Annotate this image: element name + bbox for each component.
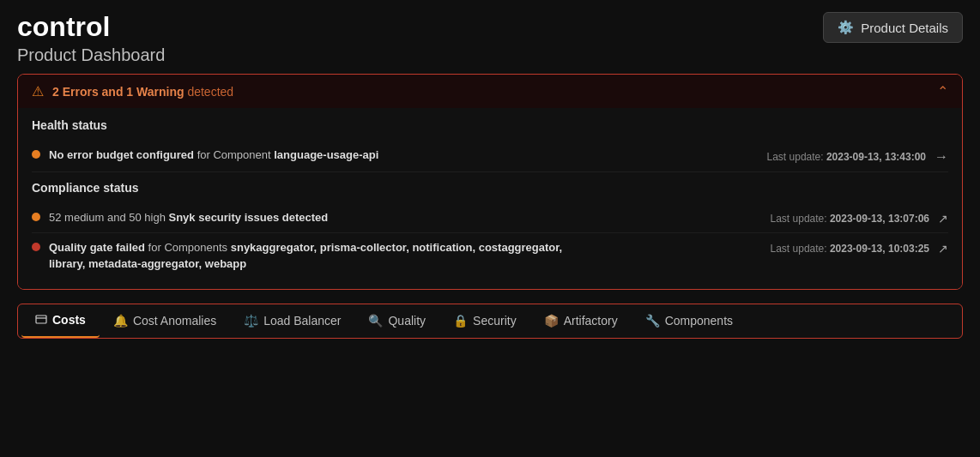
compliance-last-update-1: Last update: 2023-09-13, 13:07:06 (771, 213, 929, 225)
svg-rect-0 (36, 316, 46, 323)
health-last-update-value: 2023-09-13, 13:43:00 (826, 151, 926, 163)
alert-title-suffix: detected (187, 85, 233, 99)
alert-panel: ⚠ 2 Errors and 1 Warning detected ⌃ Heal… (17, 74, 963, 290)
artifactory-icon: 📦 (544, 314, 559, 328)
tab-components[interactable]: 🔧 Components (632, 305, 747, 336)
tabs-bar: Costs 🔔 Cost Anomalies ⚖️ Load Balancer … (17, 304, 963, 339)
collapse-icon[interactable]: ⌃ (937, 83, 948, 99)
health-middle-text: for Component (197, 148, 275, 161)
tab-quality[interactable]: 🔍 Quality (354, 305, 439, 336)
tab-cost-anomalies[interactable]: 🔔 Cost Anomalies (100, 305, 230, 336)
main-content: ⚠ 2 Errors and 1 Warning detected ⌃ Heal… (0, 74, 980, 290)
title-block: control Product Dashboard (17, 12, 165, 65)
alert-header-left: ⚠ 2 Errors and 1 Warning detected (32, 83, 233, 99)
external-link-icon-1[interactable]: ↗︎ (938, 212, 948, 225)
tab-load-balancer-label: Load Balancer (263, 314, 341, 328)
compliance-last-update-value-1: 2023-09-13, 13:07:06 (830, 213, 929, 225)
health-status-item-1: No error budget configured for Component… (32, 141, 948, 172)
compliance-item-2-left: Quality gate failed for Components snyka… (32, 240, 753, 271)
load-balancer-icon: ⚖️ (244, 314, 258, 328)
app-title: control (17, 12, 165, 42)
page-header: control Product Dashboard ⚙️ Product Det… (0, 0, 980, 74)
quality-icon: 🔍 (368, 314, 383, 328)
tab-components-label: Components (665, 314, 733, 328)
tab-costs[interactable]: Costs (21, 304, 100, 338)
status-dot-red (32, 243, 40, 251)
compliance-bold-text: Snyk security issues detected (168, 211, 328, 224)
tab-artifactory-label: Artifactory (564, 314, 618, 328)
status-dot-orange-2 (32, 213, 40, 221)
compliance-text-1: 52 medium and 50 high Snyk security issu… (49, 210, 328, 225)
security-icon: 🔒 (453, 314, 468, 328)
alert-body: Health status No error budget configured… (18, 108, 962, 289)
status-dot-orange (32, 150, 40, 159)
tab-load-balancer[interactable]: ⚖️ Load Balancer (230, 305, 354, 336)
tab-artifactory[interactable]: 📦 Artifactory (530, 305, 632, 336)
compliance-status-item-1: 52 medium and 50 high Snyk security issu… (32, 203, 948, 233)
health-status-text: No error budget configured for Component… (49, 147, 378, 163)
product-details-button[interactable]: ⚙️ Product Details (823, 12, 963, 43)
status-item-right: Last update: 2023-09-13, 13:43:00 → (767, 147, 948, 165)
compliance-last-update-value-2: 2023-09-13, 10:03:25 (830, 243, 929, 255)
compliance-status-item-2: Quality gate failed for Components snyka… (32, 233, 948, 278)
compliance-item-1-left: 52 medium and 50 high Snyk security issu… (32, 210, 753, 225)
product-details-label: Product Details (861, 21, 948, 35)
quality-gate-bold: Quality gate failed (49, 241, 145, 254)
compliance-last-update-2: Last update: 2023-09-13, 10:03:25 (771, 243, 929, 255)
cost-anomalies-icon: 🔔 (113, 314, 128, 328)
gear-icon: ⚙️ (838, 20, 854, 35)
quality-gate-components-2: library, metadata-aggregator, webapp (49, 257, 246, 270)
compliance-text-prefix: 52 medium and 50 high (49, 211, 168, 224)
compliance-status-title: Compliance status (32, 181, 948, 195)
health-status-title: Health status (32, 118, 948, 132)
compliance-item-2-right: Last update: 2023-09-13, 10:03:25 ↗︎ (771, 240, 948, 256)
quality-gate-text: for Components (148, 241, 231, 254)
page-subtitle: Product Dashboard (17, 45, 165, 65)
tab-cost-anomalies-label: Cost Anomalies (133, 314, 216, 328)
tab-quality-label: Quality (388, 314, 426, 328)
tab-costs-label: Costs (52, 313, 86, 327)
alert-title-prefix: 2 Errors and 1 Warning (52, 85, 185, 99)
status-item-left: No error budget configured for Component… (32, 147, 750, 163)
health-component-name: language-usage-api (274, 148, 378, 161)
alert-title: 2 Errors and 1 Warning detected (52, 85, 233, 99)
components-icon: 🔧 (645, 314, 660, 328)
compliance-item-1-right: Last update: 2023-09-13, 13:07:06 ↗︎ (771, 210, 948, 225)
alert-header: ⚠ 2 Errors and 1 Warning detected ⌃ (18, 75, 962, 108)
tab-security-label: Security (473, 314, 517, 328)
tab-security[interactable]: 🔒 Security (439, 305, 530, 336)
compliance-text-2: Quality gate failed for Components snyka… (49, 240, 562, 271)
external-link-icon-2[interactable]: ↗︎ (938, 242, 948, 256)
costs-icon (35, 313, 47, 328)
quality-gate-components: snykaggregator, prisma-collector, notifi… (231, 241, 562, 254)
health-last-update: Last update: 2023-09-13, 13:43:00 (767, 151, 926, 163)
arrow-right-icon[interactable]: → (935, 149, 948, 165)
warning-triangle-icon: ⚠ (32, 83, 44, 99)
health-bold-text: No error budget configured (49, 148, 194, 161)
